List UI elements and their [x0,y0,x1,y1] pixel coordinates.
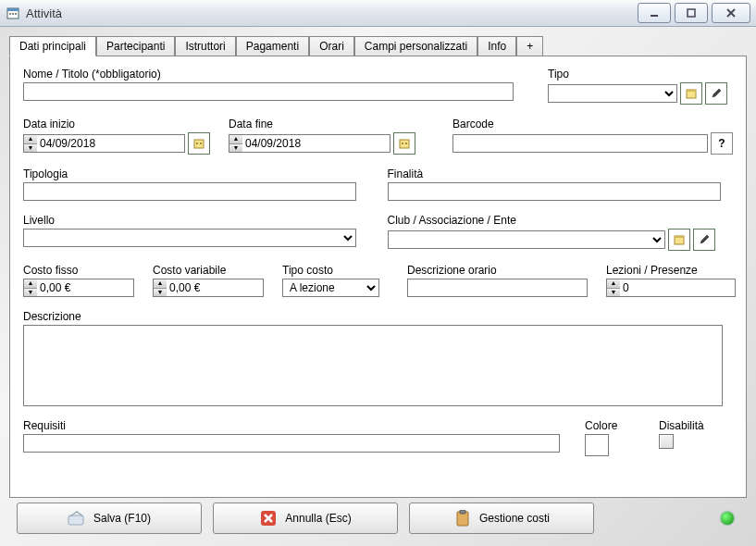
minimize-button[interactable] [638,3,671,23]
tipo-edit-button[interactable] [705,82,727,105]
cancel-button-label: Annulla (Esc) [285,512,351,525]
lezioni-spinner[interactable]: ▲▼ [606,279,736,297]
save-icon [68,509,86,527]
livello-label: Livello [23,214,369,227]
tipo-costo-select[interactable]: A lezione [282,279,379,297]
status-led-icon [721,512,734,525]
tipo-label: Tipo [548,68,733,81]
svg-rect-12 [196,143,198,144]
close-button[interactable] [712,3,750,23]
content-area: Dati principali Partecipanti Istruttori … [0,27,756,546]
data-fine-calendar-button[interactable] [393,132,415,155]
nome-label: Nome / Titolo (*obbligatorio) [23,68,529,81]
footer-toolbar: Salva (F10) Annulla (Esc) Gestione costi [9,498,747,539]
maximize-button[interactable] [675,3,708,23]
disabilita-label: Disabilità [659,419,733,432]
svg-rect-4 [15,13,17,15]
costo-fisso-label: Costo fisso [23,264,134,277]
gestione-costi-label: Gestione costi [479,512,550,525]
finalita-input[interactable] [388,182,721,201]
lezioni-label: Lezioni / Presenze [606,264,736,277]
save-button-label: Salva (F10) [93,512,151,525]
tab-orari[interactable]: Orari [309,36,354,56]
barcode-label: Barcode [452,118,733,130]
descrizione-label: Descrizione [23,310,733,323]
titlebar: Attività [0,0,756,27]
svg-rect-10 [687,90,696,92]
descr-orario-label: Descrizione orario [407,264,588,277]
question-mark-icon: ? [718,137,725,150]
costo-variabile-spinner[interactable]: ▲▼ [153,279,264,297]
club-label: Club / Associazione / Ente [388,214,734,227]
tab-partecipanti[interactable]: Partecipanti [96,36,175,56]
requisiti-input[interactable] [23,434,560,453]
tipologia-input[interactable] [23,182,356,201]
svg-rect-18 [675,236,684,238]
lezioni-input[interactable] [620,279,736,297]
app-icon [6,6,20,20]
barcode-input[interactable] [452,134,708,153]
app-window: Attività Dati principali Partecipanti Is… [0,0,756,546]
club-select[interactable] [388,230,665,249]
tipo-lookup-button[interactable] [680,82,702,105]
svg-rect-2 [9,13,11,15]
svg-rect-6 [688,9,695,17]
tab-istruttori[interactable]: Istruttori [175,36,235,56]
svg-rect-11 [194,140,204,148]
cancel-button[interactable]: Annulla (Esc) [213,503,398,534]
data-inizio-calendar-button[interactable] [188,132,210,155]
tipo-select[interactable] [548,84,677,103]
colore-label: Colore [585,419,640,432]
nome-input[interactable] [23,82,514,101]
main-panel: Nome / Titolo (*obbligatorio) Tipo Data … [9,56,747,498]
clipboard-icon [453,509,472,527]
data-inizio-input[interactable] [37,134,185,153]
tab-add[interactable]: + [516,36,543,56]
gestione-costi-button[interactable]: Gestione costi [409,503,594,534]
tab-campi-personalizzati[interactable]: Campi personalizzati [354,36,477,56]
costo-fisso-spinner[interactable]: ▲▼ [23,279,134,297]
colore-picker[interactable] [585,434,609,456]
svg-rect-1 [7,8,19,11]
disabilita-checkbox[interactable] [659,434,674,449]
descrizione-textarea[interactable] [23,325,723,406]
costo-fisso-input[interactable] [37,279,134,297]
svg-rect-3 [12,13,14,15]
svg-rect-13 [200,143,202,144]
descr-orario-input[interactable] [407,279,588,297]
livello-select[interactable] [23,229,356,247]
finalita-label: Finalità [388,168,734,180]
window-title: Attività [26,6,634,20]
tab-dati-principali[interactable]: Dati principali [9,36,96,56]
tab-bar: Dati principali Partecipanti Istruttori … [9,36,747,56]
svg-rect-16 [405,143,407,144]
tipo-costo-label: Tipo costo [282,264,379,277]
svg-rect-24 [460,510,465,514]
svg-rect-15 [402,143,403,144]
costo-variabile-label: Costo variabile [153,264,264,277]
tipologia-label: Tipologia [23,168,369,180]
data-inizio-label: Data inizio [23,118,210,130]
data-fine-input[interactable] [242,134,390,153]
data-inizio-spinner[interactable]: ▲▼ [23,134,185,153]
costo-variabile-input[interactable] [167,279,264,297]
club-edit-button[interactable] [693,229,715,251]
tab-info[interactable]: Info [477,36,516,56]
data-fine-label: Data fine [229,118,415,130]
barcode-help-button[interactable]: ? [711,132,733,155]
svg-rect-14 [400,140,409,148]
save-button[interactable]: Salva (F10) [17,503,202,534]
tab-pagamenti[interactable]: Pagamenti [236,36,309,56]
cancel-icon [259,509,278,527]
club-lookup-button[interactable] [668,229,690,251]
data-fine-spinner[interactable]: ▲▼ [229,134,390,153]
requisiti-label: Requisiti [23,419,566,432]
